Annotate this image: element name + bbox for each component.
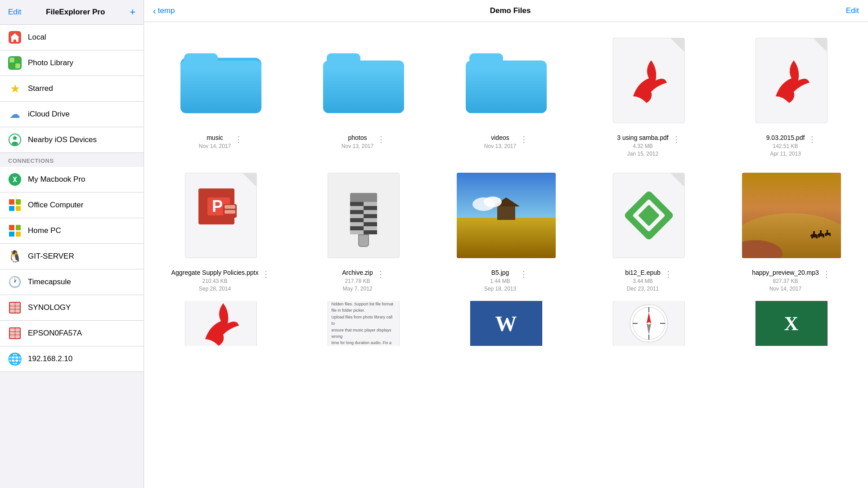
sidebar-item-local-label: Local (28, 33, 46, 42)
file-more-button-pptx[interactable]: ⋮ (262, 269, 270, 279)
file-item-partial-word[interactable]: W (438, 301, 574, 346)
svg-rect-27 (497, 206, 515, 220)
file-item-epub[interactable]: bi12_E.epub 3.44 MB Dec 23, 2011 ⋮ (581, 166, 716, 292)
sidebar-item-starred[interactable]: ★ Starred (0, 76, 144, 102)
photo-library-icon (8, 56, 22, 70)
sidebar-item-office-computer[interactable]: Office Computer (0, 193, 144, 218)
file-more-button-samba-pdf[interactable]: ⋮ (672, 134, 680, 144)
svg-rect-35 (813, 231, 815, 237)
file-info-music: music Nov 14, 2017 ⋮ (153, 134, 288, 149)
svg-rect-3 (15, 58, 20, 63)
file-info-b5-jpg: B5.jpg 1.44 MB Sep 18, 2013 ⋮ (438, 269, 574, 292)
sidebar: Edit FileExplorer Pro + Local (0, 0, 144, 488)
desert-image-mp3 (742, 173, 841, 258)
svg-rect-44 (825, 233, 827, 236)
chevron-left-icon: ‹ (153, 6, 156, 15)
file-date-samba-pdf: Jan 15, 2012 (617, 151, 668, 157)
svg-rect-37 (816, 235, 818, 238)
file-more-button-happy-mp3[interactable]: ⋮ (823, 269, 831, 279)
zip-icon (328, 173, 400, 258)
file-meta-photos: Nov 13, 2017 (342, 143, 373, 149)
file-more-button-zip[interactable]: ⋮ (377, 269, 385, 279)
file-thumb-epub (599, 166, 698, 265)
file-item-partial-pdf[interactable] (153, 301, 288, 346)
file-item-happy-mp3[interactable]: happy_preview_20.mp3 827.37 KB Nov 14, 2… (724, 166, 859, 292)
file-more-button-9-03-pdf[interactable]: ⋮ (808, 134, 816, 144)
file-item-photos[interactable]: photos Nov 13, 2017 ⋮ (296, 31, 431, 157)
file-more-button-videos[interactable]: ⋮ (520, 134, 528, 144)
file-more-button-music[interactable]: ⋮ (234, 134, 243, 144)
sidebar-add-button[interactable]: + (130, 7, 135, 17)
star-icon: ★ (8, 82, 22, 95)
file-thumb-samba-pdf (599, 31, 698, 130)
svg-rect-26 (457, 218, 556, 258)
file-thumb-partial-excel: X (742, 301, 841, 346)
sidebar-item-timecapsule[interactable]: 🕐 Timecapsule (0, 269, 144, 295)
file-thumb-partial-txt: Version 2.3.0 Get FileExplorer Pro that … (314, 301, 413, 346)
sidebar-item-timecapsule-label: Timecapsule (28, 278, 71, 287)
file-date-pptx: Sep 28, 2014 (171, 286, 259, 292)
file-item-samba-pdf[interactable]: 3 using samba.pdf 4.32 MB Jan 15, 2012 ⋮ (581, 31, 716, 157)
sidebar-item-home-pc[interactable]: Home PC (0, 218, 144, 244)
folder-icon-photos (323, 47, 404, 114)
sidebar-header: Edit FileExplorer Pro + (0, 0, 144, 25)
nearby-icon (8, 133, 22, 147)
sidebar-item-macbook[interactable]: X My Macbook Pro (0, 167, 144, 193)
excel-logo-partial: X (779, 309, 804, 339)
sidebar-item-ip[interactable]: 🌐 192.168.2.10 (0, 346, 144, 372)
main-edit-button[interactable]: Edit (846, 6, 859, 15)
sidebar-item-epson[interactable]: EPSON0FA57A (0, 321, 144, 346)
file-item-videos[interactable]: videos Nov 13, 2017 ⋮ (438, 31, 574, 157)
nas-synology-icon (8, 301, 22, 314)
sidebar-item-synology-label: SYNOLOGY (28, 303, 71, 312)
sidebar-edit-button[interactable]: Edit (8, 8, 21, 17)
file-size-epub: 3.44 MB (625, 278, 661, 284)
txt-content-preview: Version 2.3.0 Get FileExplorer Pro that … (328, 301, 399, 346)
folder-icon-videos (466, 47, 547, 114)
macbook-icon: X (8, 173, 22, 186)
svg-point-7 (13, 136, 17, 140)
file-item-partial-safari[interactable] (581, 301, 716, 346)
svg-rect-45 (829, 233, 831, 236)
sidebar-item-photo-library-label: Photo Library (28, 58, 73, 67)
sidebar-item-git-server[interactable]: 🐧 GIT-SERVER (0, 244, 144, 269)
file-size-samba-pdf: 4.32 MB (617, 143, 668, 149)
file-info-samba-pdf: 3 using samba.pdf 4.32 MB Jan 15, 2012 ⋮ (581, 134, 716, 157)
file-more-button-b5-jpg[interactable]: ⋮ (520, 269, 528, 279)
file-name-music: music (199, 134, 231, 142)
main-header: ‹ temp Demo Files Edit (144, 0, 868, 22)
page-title: Demo Files (175, 6, 846, 15)
file-more-button-epub[interactable]: ⋮ (664, 269, 672, 279)
file-item-music[interactable]: music Nov 14, 2017 ⋮ (153, 31, 288, 157)
sidebar-item-macbook-label: My Macbook Pro (28, 175, 85, 184)
file-item-partial-excel[interactable]: X (724, 301, 859, 346)
file-thumb-photos (314, 31, 413, 130)
file-name-epub: bi12_E.epub (625, 269, 661, 277)
file-size-pptx: 210.43 KB (171, 278, 259, 284)
file-info-epub: bi12_E.epub 3.44 MB Dec 23, 2011 ⋮ (581, 269, 716, 292)
sidebar-item-photo-library[interactable]: Photo Library (0, 50, 144, 76)
sidebar-item-local[interactable]: Local (0, 25, 144, 50)
file-name-b5-jpg: B5.jpg (484, 269, 516, 277)
windows-icon-home (8, 224, 22, 237)
file-item-pptx[interactable]: P Aggregate Supply Policies.pptx 210.43 … (153, 166, 288, 292)
sidebar-item-nearby[interactable]: Nearby iOS Devices (0, 127, 144, 153)
file-item-partial-txt[interactable]: Version 2.3.0 Get FileExplorer Pro that … (296, 301, 431, 346)
sidebar-item-synology[interactable]: SYNOLOGY (0, 295, 144, 321)
svg-rect-40 (818, 234, 820, 237)
file-more-button-photos[interactable]: ⋮ (377, 134, 385, 144)
file-name-pptx: Aggregate Supply Policies.pptx (171, 269, 259, 277)
linux-icon: 🐧 (8, 250, 22, 263)
sidebar-item-icloud[interactable]: ☁ iCloud Drive (0, 102, 144, 127)
file-item-9-03-pdf[interactable]: 9.03.2015.pdf 142.51 KB Apr 11, 2013 ⋮ (724, 31, 859, 157)
svg-text:P: P (212, 197, 223, 215)
svg-point-8 (12, 142, 18, 145)
back-button[interactable]: ‹ temp (153, 6, 175, 15)
file-date-epub: Dec 23, 2011 (625, 286, 661, 292)
back-label: temp (158, 6, 175, 15)
file-thumb-partial-word: W (457, 301, 556, 346)
file-meta-music: Nov 14, 2017 (199, 143, 231, 149)
file-item-zip[interactable]: Archive.zip 217.78 KB May 7, 2012 ⋮ (296, 166, 431, 292)
file-thumb-b5-jpg (457, 166, 556, 265)
file-item-b5-jpg[interactable]: B5.jpg 1.44 MB Sep 18, 2013 ⋮ (438, 166, 574, 292)
